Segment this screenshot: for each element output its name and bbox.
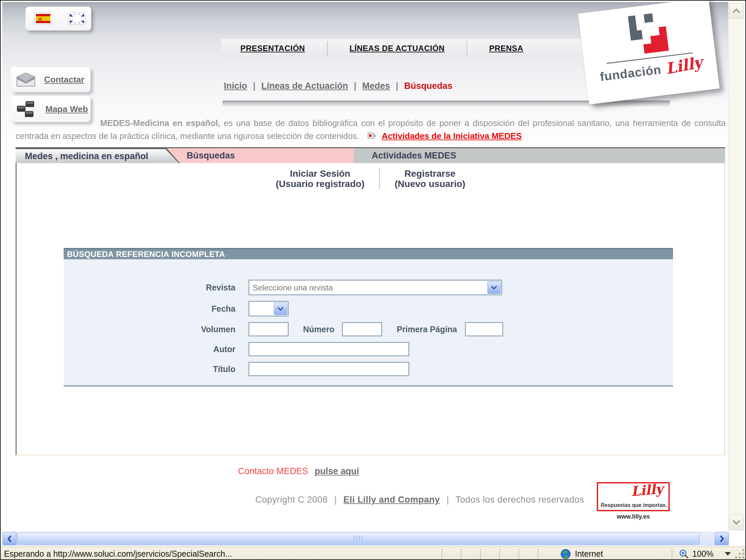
zoom-level-label: 100% [692, 549, 714, 559]
nav-prensa[interactable]: PRENSA [489, 44, 523, 53]
nav-separator [466, 41, 467, 56]
eli-lilly-link[interactable]: Eli Lilly and Company [344, 495, 440, 505]
login-subtitle: (Usuario registrado) [276, 179, 365, 189]
autor-input[interactable] [249, 342, 409, 356]
logo-lilly-script: Lilly [664, 53, 704, 78]
volumen-label: Volumen [64, 325, 249, 334]
vertical-scrollbar[interactable] [728, 3, 744, 531]
statusbar-separator [442, 549, 442, 559]
browser-viewport: PRESENTACIÓN LÍNEAS DE ACTUACIÓN PRENSA … [0, 0, 746, 560]
nav-lineas-de-actuacion[interactable]: LÍNEAS DE ACTUACIÓN [349, 44, 444, 53]
fecha-dropdown-arrow-icon[interactable] [274, 302, 287, 315]
tab-busquedas-label: Búsquedas [186, 150, 235, 161]
zoom-dropdown-caret-icon[interactable] [725, 552, 731, 556]
status-bar: Esperando a http://www.soluci.com/jservi… [1, 547, 746, 560]
contact-medes-label: Contacto MEDES [238, 466, 308, 476]
primera-pagina-input[interactable] [465, 322, 503, 336]
primera-pagina-label: Primera Página [397, 325, 457, 334]
scroll-up-icon[interactable] [729, 3, 744, 19]
bullet-image-icon [368, 133, 376, 140]
register-title: Registrarse [395, 168, 465, 179]
envelope-icon [16, 72, 35, 87]
breadcrumb-separator: | [253, 81, 256, 91]
zoom-control[interactable]: 100% [679, 547, 731, 560]
fundacion-lilly-logo: fundación Lilly [578, 0, 720, 105]
horizontal-scrollbar[interactable] [2, 531, 729, 546]
actividades-iniciativa-link[interactable]: Actividades de la Iniciativa MEDES [382, 131, 521, 141]
login-link[interactable]: Iniciar Sesión (Usuario registrado) [261, 168, 379, 189]
zoom-magnifier-icon [679, 549, 689, 559]
register-link[interactable]: Registrarse (Nuevo usuario) [379, 168, 480, 189]
incomplete-reference-search-form: BÚSQUEDA REFERENCIA INCOMPLETA Revista S… [64, 248, 673, 387]
nav-presentacion[interactable]: PRESENTACIÓN [240, 44, 305, 53]
titulo-label: Título [64, 364, 249, 374]
statusbar-separator [538, 549, 539, 559]
revista-label: Revista [64, 283, 249, 292]
sitemap-icon [16, 101, 37, 118]
logo-fundacion-text: fundación [599, 63, 662, 84]
breadcrumb-current: Búsquedas [404, 81, 453, 91]
statusbar-separator [480, 549, 481, 559]
lilly-script-logo: Lilly [630, 481, 664, 499]
page-header: PRESENTACIÓN LÍNEAS DE ACTUACIÓN PRENSA … [2, 2, 728, 147]
fecha-selected-value [249, 302, 273, 316]
numero-input[interactable] [342, 322, 382, 336]
spain-flag-icon[interactable] [35, 13, 51, 24]
status-loading-text: Esperando a http://www.soluci.com/jservi… [4, 549, 232, 559]
tab-medes-label: Medes , medicina en español [25, 151, 148, 162]
fecha-label: Fecha [64, 304, 249, 314]
main-content-box: Iniciar Sesión (Usuario registrado) Regi… [16, 163, 725, 455]
uk-flag-icon[interactable] [69, 13, 85, 24]
statusbar-separator [499, 549, 500, 559]
form-title: BÚSQUEDA REFERENCIA INCOMPLETA [67, 250, 225, 259]
breadcrumb-separator: | [354, 81, 356, 91]
intro-lead: MEDES-Medicina en español, [100, 118, 220, 128]
tab-actividades-label: Actividades MEDES [372, 150, 456, 161]
mapa-web-label: Mapa Web [46, 104, 88, 114]
statusbar-separator [519, 549, 520, 559]
register-subtitle: (Nuevo usuario) [395, 179, 465, 189]
scroll-thumb-grip [354, 536, 363, 542]
autor-label: Autor [64, 344, 249, 354]
revista-dropdown-arrow-icon[interactable] [487, 281, 500, 294]
copyright-separator: | [334, 495, 337, 505]
zone-label: Internet [575, 549, 603, 559]
copyright-separator: | [447, 495, 449, 505]
breadcrumb: Inicio | Líneas de Actuación | Medes | B… [224, 81, 452, 91]
titulo-input[interactable] [249, 362, 409, 376]
revista-selected-value: Seleccione una revista [249, 280, 487, 295]
statusbar-separator [672, 549, 673, 559]
pulse-aqui-link[interactable]: pulse aquí [315, 466, 359, 476]
breadcrumb-lineas[interactable]: Líneas de Actuación [261, 81, 348, 91]
scroll-down-icon[interactable] [729, 514, 744, 530]
fecha-select[interactable] [249, 301, 288, 316]
language-switcher [26, 7, 91, 30]
session-links: Iniciar Sesión (Usuario registrado) Regi… [17, 168, 724, 189]
revista-select[interactable]: Seleccione una revista [249, 280, 502, 295]
contact-medes-line: Contacto MEDES pulse aquí [238, 466, 359, 476]
horizontal-scroll-thumb[interactable] [17, 532, 699, 545]
lilly-tagline: Respuestas que importan. [601, 502, 667, 508]
contactar-button[interactable]: Contactar [11, 67, 90, 92]
breadcrumb-inicio[interactable]: Inicio [224, 81, 247, 91]
globe-icon [560, 549, 571, 559]
copyright-line: Copyright C 2008 | Eli Lilly and Company… [255, 495, 584, 505]
tab-bar: Búsquedas Actividades MEDES Medes , medi… [16, 147, 725, 163]
tab-busquedas[interactable]: Búsquedas [159, 148, 354, 163]
nav-separator [327, 41, 327, 56]
lilly-url-link[interactable]: www.lilly.es [597, 513, 670, 520]
statusbar-separator [461, 549, 462, 559]
fundacion-lilly-mark-icon [623, 11, 670, 57]
volumen-input[interactable] [249, 322, 288, 336]
form-body: Revista Seleccione una revista Fecha [64, 259, 673, 387]
copyright-text: Copyright C 2008 [255, 495, 327, 505]
lilly-logo-badge[interactable]: Lilly Respuestas que importan. [597, 482, 670, 511]
scroll-right-icon[interactable] [715, 532, 729, 545]
window-resize-grip[interactable] [734, 548, 745, 559]
intro-paragraph: MEDES-Medicina en español, es una base d… [16, 117, 726, 143]
login-title: Iniciar Sesión [276, 168, 365, 179]
tab-medes[interactable]: Medes , medicina en español [16, 148, 180, 163]
tab-actividades-medes[interactable]: Actividades MEDES [354, 148, 725, 163]
scroll-left-icon[interactable] [3, 532, 17, 545]
breadcrumb-medes[interactable]: Medes [362, 81, 390, 91]
